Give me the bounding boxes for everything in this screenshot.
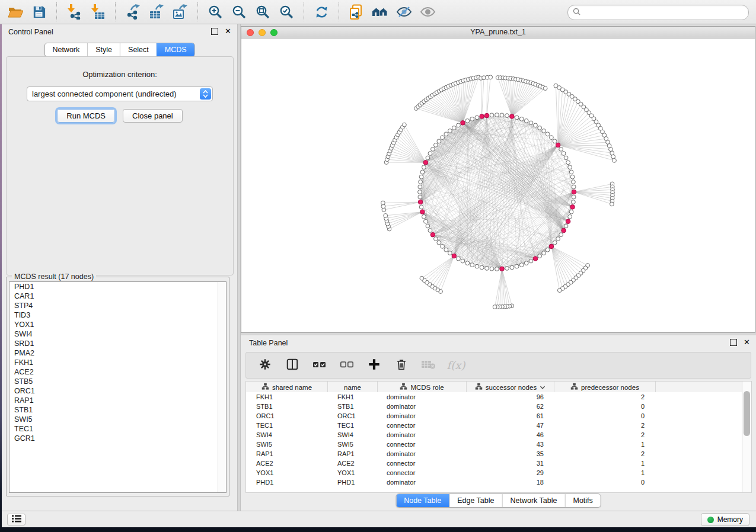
network-canvas[interactable] <box>241 39 755 333</box>
attribute-type-icon <box>475 383 483 392</box>
table-cell: ORC1 <box>327 412 377 419</box>
tab-network[interactable]: Network <box>44 43 87 56</box>
close-panel-icon[interactable]: ✕ <box>225 28 231 34</box>
mcds-result-item[interactable]: SWI4 <box>9 329 226 339</box>
table-cell: YOX1 <box>246 469 327 476</box>
export-image-button[interactable] <box>168 1 192 23</box>
mcds-result-item[interactable]: ORC1 <box>9 386 226 396</box>
close-panel-icon[interactable]: ✕ <box>744 339 750 345</box>
houses-icon <box>372 5 388 19</box>
select-all-rows-button[interactable] <box>310 355 329 376</box>
table-cell: 47 <box>465 422 552 429</box>
zoom-fit-content-button[interactable] <box>251 1 275 23</box>
close-window-icon[interactable] <box>247 29 254 36</box>
table-row[interactable]: PHD1PHD1dominator180 <box>246 477 742 487</box>
run-mcds-button[interactable]: Run MCDS <box>57 109 115 123</box>
open-session-button[interactable] <box>4 1 27 23</box>
mcds-result-item[interactable]: SRD1 <box>9 339 226 348</box>
scrollbar-thumb[interactable] <box>744 391 750 436</box>
attribute-type-icon <box>261 383 269 392</box>
mcds-result-item[interactable]: TEC1 <box>9 424 226 434</box>
table-cell: connector <box>377 422 465 429</box>
deselect-all-rows-button[interactable] <box>337 355 356 376</box>
mcds-result-item[interactable]: PMA2 <box>9 348 226 358</box>
control-panel-tabs: NetworkStyleSelectMCDS <box>44 43 194 57</box>
table-row[interactable]: FKH1FKH1dominator962 <box>246 392 742 402</box>
refresh-layout-icon <box>314 5 329 20</box>
table-scrollbar[interactable] <box>742 381 752 493</box>
tab-mcds[interactable]: MCDS <box>157 43 194 56</box>
zoom-selected-region-button[interactable] <box>275 1 298 23</box>
table-row[interactable]: TEC1TEC1connector472 <box>246 421 742 430</box>
mcds-result-item[interactable]: CAR1 <box>9 291 226 301</box>
export-network-button[interactable] <box>121 1 145 23</box>
table-cell: 2 <box>552 393 653 400</box>
table-row[interactable]: ORC1ORC1dominator610 <box>246 411 742 421</box>
table-row[interactable]: SWI4SWI4dominator462 <box>246 430 742 440</box>
optimization-criterion-select[interactable]: largest connected component (undirected) <box>27 86 213 101</box>
search-input[interactable] <box>583 8 744 17</box>
delete-table-button <box>419 355 438 376</box>
table-tab-edge-table[interactable]: Edge Table <box>449 494 502 507</box>
mcds-result-item[interactable]: STP4 <box>9 301 226 310</box>
save-session-button[interactable] <box>27 1 51 23</box>
sort-desc-icon <box>540 384 546 391</box>
table-tab-network-table[interactable]: Network Table <box>502 494 565 507</box>
column-header-successor-nodes[interactable]: successor nodes <box>467 382 554 393</box>
mcds-result-item[interactable]: FKH1 <box>9 358 226 367</box>
tab-style[interactable]: Style <box>87 43 120 56</box>
import-network-from-file-button[interactable] <box>62 1 86 23</box>
table-panel-titlebar: Table Panel ✕ <box>241 335 756 351</box>
minimize-window-icon[interactable] <box>259 29 266 36</box>
mcds-result-item[interactable]: ACE2 <box>9 367 226 377</box>
mcds-result-item[interactable]: PHD1 <box>9 282 226 291</box>
new-network-from-selection-button[interactable] <box>344 1 368 23</box>
zoom-out-button[interactable] <box>227 1 251 23</box>
table-cell: 62 <box>465 403 552 410</box>
mcds-result-item[interactable]: YOX1 <box>9 320 226 329</box>
mcds-result-item[interactable]: STB1 <box>9 405 226 415</box>
mcds-result-item[interactable]: STB5 <box>9 377 226 386</box>
zoom-in-button[interactable] <box>203 1 227 23</box>
result-list-scrollbar[interactable] <box>218 282 226 492</box>
search-field[interactable] <box>567 5 749 20</box>
column-header-name[interactable]: name <box>328 382 378 393</box>
show-panels-button[interactable] <box>7 514 25 525</box>
mcds-result-item[interactable]: RAP1 <box>9 396 226 405</box>
import-network-icon <box>67 4 81 20</box>
float-panel-icon[interactable] <box>730 339 737 346</box>
table-settings-button[interactable] <box>256 355 275 376</box>
float-panel-icon[interactable] <box>211 28 218 35</box>
table-row[interactable]: YOX1YOX1connector291 <box>246 468 742 477</box>
column-header-MCDS-role[interactable]: MCDS role <box>378 382 467 393</box>
first-neighbors-button[interactable] <box>368 1 392 23</box>
mcds-result-item[interactable]: TID3 <box>9 310 226 320</box>
table-cell: 0 <box>552 479 653 486</box>
table-tab-node-table[interactable]: Node Table <box>396 494 449 507</box>
network-window-titlebar[interactable]: YPA_prune.txt_1 <box>241 27 755 39</box>
table-row[interactable]: ACE2ACE2connector311 <box>246 459 742 468</box>
mcds-result-item[interactable]: SWI5 <box>9 415 226 424</box>
show-columns-button[interactable] <box>283 355 302 376</box>
mcds-result-item[interactable]: GCR1 <box>9 434 226 443</box>
maximize-window-icon[interactable] <box>270 29 277 36</box>
zoom-selected-icon <box>279 5 294 20</box>
add-column-button[interactable] <box>365 355 384 376</box>
table-row[interactable]: STB1STB1dominator620 <box>246 402 742 411</box>
column-header-predecessor-nodes[interactable]: predecessor nodes <box>554 382 656 393</box>
table-row[interactable]: SWI5SWI5connector431 <box>246 440 742 449</box>
column-header-shared-name[interactable]: shared name <box>246 382 328 393</box>
import-table-from-file-button[interactable] <box>86 1 110 23</box>
memory-button[interactable]: Memory <box>701 513 749 526</box>
tab-select[interactable]: Select <box>120 43 157 56</box>
delete-columns-button[interactable] <box>392 355 411 376</box>
hide-selected-button[interactable] <box>392 1 416 23</box>
close-panel-button[interactable]: Close panel <box>123 109 183 123</box>
apply-preferred-layout-button[interactable] <box>310 1 333 23</box>
export-table-button[interactable] <box>145 1 168 23</box>
mcds-result-list[interactable]: PHD1CAR1STP4TID3YOX1SWI4SRD1PMA2FKH1ACE2… <box>9 281 227 493</box>
table-cell: STB1 <box>327 403 377 410</box>
table-tab-motifs[interactable]: Motifs <box>564 494 600 507</box>
table-row[interactable]: RAP1RAP1dominator352 <box>246 449 742 459</box>
status-bar: Memory <box>2 511 756 527</box>
